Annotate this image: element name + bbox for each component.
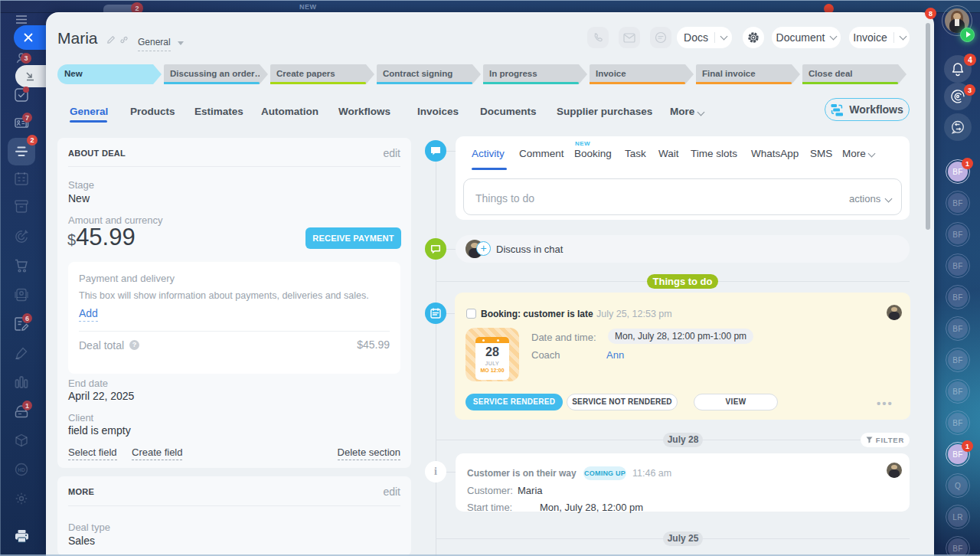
svg-text:HD: HD (18, 467, 25, 473)
